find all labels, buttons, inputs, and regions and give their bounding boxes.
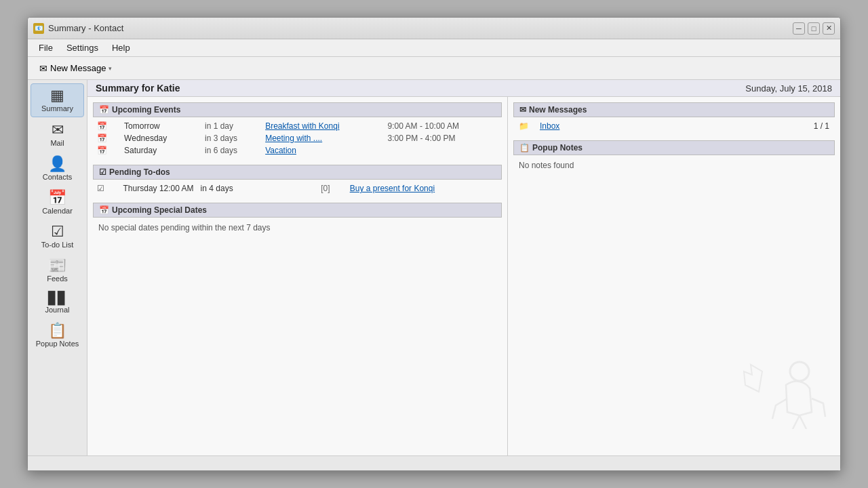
new-messages-header: ✉ New Messages (513, 102, 835, 117)
sidebar-item-feeds[interactable]: 📰 Feeds (31, 254, 84, 287)
upcoming-events-title: Upcoming Events (112, 105, 180, 115)
event-time-1: 3:00 PM - 4:00 PM (384, 132, 502, 144)
todo-icon-0: ☑ (93, 182, 119, 195)
sidebar-label-contacts: Contacts (43, 173, 72, 181)
sidebar-label-calendar: Calendar (42, 207, 73, 215)
event-rel-2: in 6 days (201, 144, 261, 157)
window-controls: ─ □ ✕ (793, 22, 835, 35)
todo-priority-0: [0] (317, 182, 345, 195)
sidebar-item-calendar[interactable]: 📅 Calendar (31, 186, 84, 219)
new-messages-title: New Messages (529, 105, 587, 115)
upcoming-events-section: 📅 Upcoming Events 📅 Tomorrow in 1 day Br… (93, 102, 502, 157)
table-row: 📁 Inbox 1 / 1 (513, 120, 835, 132)
event-day-2: Saturday (120, 144, 201, 157)
event-time-0: 9:00 AM - 10:00 AM (384, 120, 502, 132)
dropdown-arrow-icon: ▾ (108, 65, 112, 72)
summary-title: Summary for Katie (96, 83, 180, 94)
menubar: File Settings Help (28, 39, 840, 57)
app-icon: 📧 (33, 23, 44, 34)
sidebar-item-contacts[interactable]: 👤 Contacts (31, 152, 84, 185)
event-time-2 (384, 144, 502, 157)
right-panel: ✉ New Messages 📁 Inbox 1 / 1 (508, 97, 840, 455)
summary-date: Sunday, July 15, 2018 (745, 83, 832, 94)
event-rel-1: in 3 days (201, 132, 261, 144)
watermark-decoration (738, 354, 827, 442)
sidebar-label-mail: Mail (50, 139, 64, 147)
left-panel: 📅 Upcoming Events 📅 Tomorrow in 1 day Br… (87, 97, 508, 455)
pending-todos-title: Pending To-dos (109, 167, 170, 177)
inbox-link[interactable]: Inbox (540, 121, 559, 131)
new-message-icon: ✉ (39, 63, 47, 74)
event-day-0: Tomorrow (120, 120, 201, 132)
sidebar-label-todo: To-do List (41, 241, 74, 249)
menu-settings[interactable]: Settings (61, 41, 104, 54)
todo-link-0[interactable]: Buy a present for Konqi (350, 184, 435, 193)
table-row: ☑ Thursday 12:00 AM in 4 days [0] Buy a … (93, 182, 502, 195)
titlebar: 📧 Summary - Kontact ─ □ ✕ (28, 18, 840, 39)
todos-table: ☑ Thursday 12:00 AM in 4 days [0] Buy a … (93, 182, 502, 195)
messages-table: 📁 Inbox 1 / 1 (513, 120, 835, 132)
new-message-label: New Message (50, 63, 106, 73)
main-area: ▦ Summary ✉ Mail 👤 Contacts 📅 Calendar ☑… (28, 80, 840, 455)
msg-count: 1 / 1 (695, 120, 835, 132)
menu-file[interactable]: File (33, 41, 58, 54)
event-icon-2: 📅 (93, 144, 120, 157)
table-row: 📅 Saturday in 6 days Vacation (93, 144, 502, 157)
pending-todos-icon: ☑ (99, 167, 106, 177)
upcoming-events-header: 📅 Upcoming Events (93, 102, 502, 117)
close-button[interactable]: ✕ (823, 22, 835, 35)
sidebar: ▦ Summary ✉ Mail 👤 Contacts 📅 Calendar ☑… (28, 80, 87, 455)
todo-day-0: Thursday 12:00 AM in 4 days (119, 182, 317, 195)
sidebar-label-feeds: Feeds (47, 274, 68, 283)
special-dates-section: 📅 Upcoming Special Dates No special date… (93, 203, 502, 235)
pending-todos-section: ☑ Pending To-dos ☑ Thursday 12:00 AM (93, 165, 502, 195)
window-title: Summary - Kontact (48, 23, 123, 33)
sidebar-item-popup-notes[interactable]: 📋 Popup Notes (31, 319, 84, 352)
new-messages-section: ✉ New Messages 📁 Inbox 1 / 1 (513, 102, 835, 132)
events-table: 📅 Tomorrow in 1 day Breakfast with Konqi… (93, 120, 502, 157)
toolbar: ✉ New Message ▾ (28, 57, 840, 80)
sidebar-label-journal: Journal (45, 306, 69, 314)
event-link-2[interactable]: Vacation (265, 146, 296, 155)
special-dates-header: 📅 Upcoming Special Dates (93, 203, 502, 218)
summary-icon: ▦ (50, 88, 64, 103)
sidebar-item-mail[interactable]: ✉ Mail (31, 119, 84, 151)
titlebar-left: 📧 Summary - Kontact (33, 23, 123, 34)
special-dates-no-data: No special dates pending within the next… (93, 220, 502, 235)
special-dates-icon: 📅 (99, 205, 109, 215)
minimize-button[interactable]: ─ (793, 22, 805, 35)
popup-notes-icon: 📋 (48, 323, 66, 338)
upcoming-events-icon: 📅 (99, 105, 109, 115)
event-link-1[interactable]: Meeting with .... (265, 134, 322, 143)
content-area: Summary for Katie Sunday, July 15, 2018 … (87, 80, 840, 455)
calendar-icon: 📅 (48, 190, 66, 205)
sidebar-item-journal[interactable]: ▊▊ Journal (31, 288, 84, 318)
popup-notes-header: 📋 Popup Notes (513, 140, 835, 155)
journal-icon: ▊▊ (48, 292, 67, 304)
table-row: 📅 Tomorrow in 1 day Breakfast with Konqi… (93, 120, 502, 132)
feeds-icon: 📰 (48, 258, 66, 273)
new-messages-icon: ✉ (519, 105, 526, 115)
maximize-button[interactable]: □ (808, 22, 820, 35)
content-body: 📅 Upcoming Events 📅 Tomorrow in 1 day Br… (87, 97, 840, 455)
contacts-icon: 👤 (48, 157, 66, 171)
popup-notes-section: 📋 Popup Notes No notes found (513, 140, 835, 173)
event-icon-0: 📅 (93, 120, 120, 132)
event-icon-1: 📅 (93, 132, 120, 144)
event-link-0[interactable]: Breakfast with Konqi (265, 121, 339, 131)
new-message-button[interactable]: ✉ New Message ▾ (33, 60, 118, 77)
svg-point-0 (790, 362, 809, 381)
event-day-1: Wednesday (120, 132, 201, 144)
event-rel-0: in 1 day (201, 120, 261, 132)
special-dates-title: Upcoming Special Dates (112, 205, 207, 215)
pending-todos-header: ☑ Pending To-dos (93, 165, 502, 180)
sidebar-item-summary[interactable]: ▦ Summary (31, 83, 84, 117)
menu-help[interactable]: Help (106, 41, 136, 54)
popup-notes-no-data: No notes found (513, 158, 835, 173)
msg-folder-icon: 📁 (513, 120, 534, 132)
popup-notes-icon: 📋 (519, 143, 530, 152)
mail-icon: ✉ (52, 123, 64, 138)
table-row: 📅 Wednesday in 3 days Meeting with .... … (93, 132, 502, 144)
sidebar-item-todo[interactable]: ☑ To-do List (31, 220, 84, 253)
main-window: 📧 Summary - Kontact ─ □ ✕ File Settings … (27, 17, 841, 471)
